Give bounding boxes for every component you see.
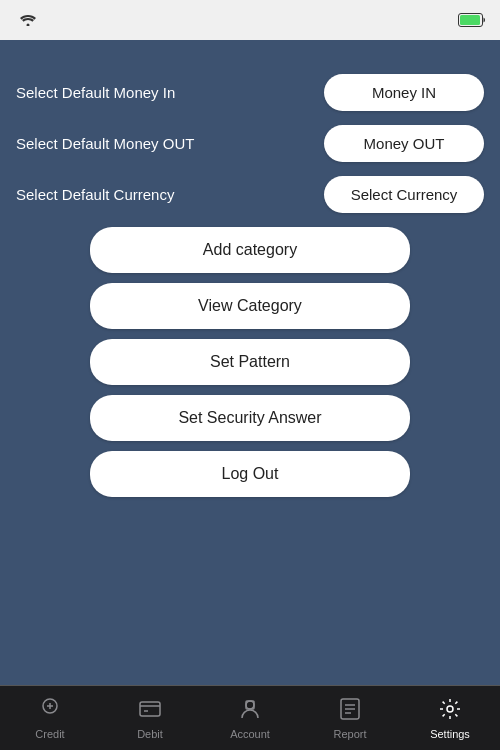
- settings-btn-money-in[interactable]: Money IN: [324, 74, 484, 111]
- status-carrier: [14, 14, 36, 26]
- svg-rect-2: [460, 15, 480, 25]
- tab-report[interactable]: Report: [300, 686, 400, 750]
- tab-icon-report: [337, 696, 363, 726]
- settings-row-money-in: Select Default Money In Money IN: [16, 74, 484, 111]
- tab-credit[interactable]: Credit: [0, 686, 100, 750]
- button-set-security[interactable]: Set Security Answer: [90, 395, 410, 441]
- svg-point-0: [27, 24, 30, 27]
- tab-icon-account: [237, 696, 263, 726]
- settings-btn-currency[interactable]: Select Currency: [324, 176, 484, 213]
- tab-settings[interactable]: Settings: [400, 686, 500, 750]
- settings-btn-money-out[interactable]: Money OUT: [324, 125, 484, 162]
- button-set-pattern[interactable]: Set Pattern: [90, 339, 410, 385]
- tab-label-debit: Debit: [137, 729, 163, 740]
- button-log-out[interactable]: Log Out: [90, 451, 410, 497]
- status-bar: [0, 0, 500, 40]
- tab-icon-credit: [37, 696, 63, 726]
- tab-label-account: Account: [230, 729, 270, 740]
- tab-label-settings: Settings: [430, 729, 470, 740]
- svg-rect-4: [140, 702, 160, 716]
- tab-icon-settings: [437, 696, 463, 726]
- button-view-category[interactable]: View Category: [90, 283, 410, 329]
- settings-label-currency: Select Default Currency: [16, 186, 324, 203]
- battery-icon: [458, 13, 486, 27]
- settings-label-money-out: Select Default Money OUT: [16, 135, 324, 152]
- main-content: Select Default Money In Money IN Select …: [0, 40, 500, 685]
- tab-bar: Credit Debit Account Report Settings: [0, 685, 500, 750]
- tab-label-report: Report: [333, 729, 366, 740]
- settings-row-money-out: Select Default Money OUT Money OUT: [16, 125, 484, 162]
- tab-label-credit: Credit: [35, 729, 64, 740]
- tab-icon-debit: [137, 696, 163, 726]
- tab-debit[interactable]: Debit: [100, 686, 200, 750]
- page-title: [16, 40, 484, 74]
- full-buttons: Add categoryView CategorySet PatternSet …: [16, 227, 484, 497]
- settings-row-currency: Select Default Currency Select Currency: [16, 176, 484, 213]
- button-add-category[interactable]: Add category: [90, 227, 410, 273]
- tab-account[interactable]: Account: [200, 686, 300, 750]
- svg-point-13: [447, 706, 453, 712]
- settings-label-money-in: Select Default Money In: [16, 84, 324, 101]
- svg-point-7: [246, 701, 254, 709]
- status-battery: [458, 13, 486, 27]
- settings-rows: Select Default Money In Money IN Select …: [16, 74, 484, 213]
- wifi-icon: [20, 14, 36, 26]
